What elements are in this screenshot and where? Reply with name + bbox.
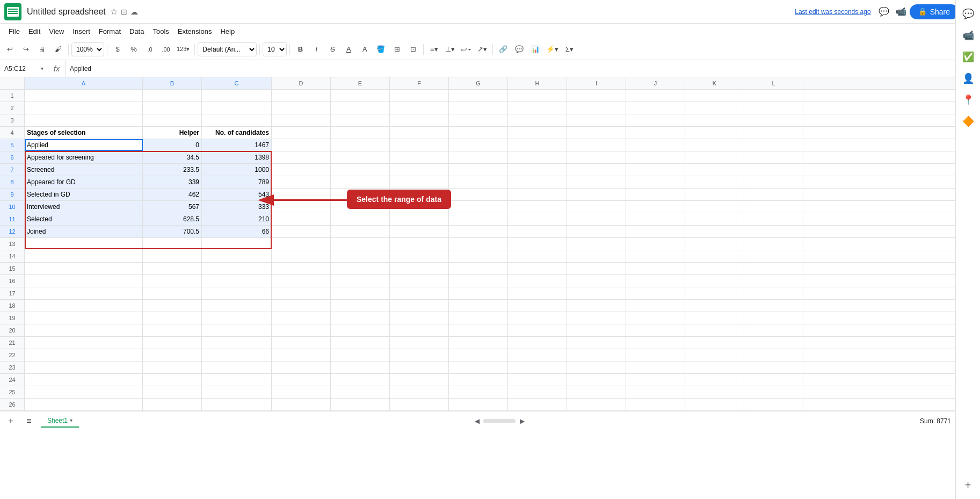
cell-I2[interactable]	[567, 102, 626, 114]
sidebar-maps-icon[interactable]: 📍	[959, 90, 978, 110]
cell-A2[interactable]	[25, 102, 143, 114]
rownum-11[interactable]: 11	[0, 213, 25, 225]
menu-tools[interactable]: Tools	[148, 25, 173, 38]
undo-btn[interactable]: ↩	[2, 42, 17, 57]
cell-D6[interactable]	[272, 151, 331, 163]
rownum-9[interactable]: 9	[0, 189, 25, 200]
decimal-decrease-btn[interactable]: .0	[142, 42, 157, 57]
cell-C7[interactable]: 1000	[202, 164, 272, 176]
col-header-H[interactable]: H	[508, 77, 567, 89]
cell-F1[interactable]	[390, 90, 449, 102]
cell-H9[interactable]	[508, 189, 567, 200]
cell-G2[interactable]	[449, 102, 508, 114]
cell-C9[interactable]: 543	[202, 189, 272, 200]
rownum-16[interactable]: 16	[0, 275, 25, 287]
cell-I9[interactable]	[567, 189, 626, 200]
cell-H10[interactable]	[508, 201, 567, 213]
cell-I5[interactable]	[567, 139, 626, 151]
cell-J9[interactable]	[626, 189, 685, 200]
cell-A7[interactable]: Screened	[25, 164, 143, 176]
cell-D5[interactable]	[272, 139, 331, 151]
rownum-18[interactable]: 18	[0, 300, 25, 312]
cell-I12[interactable]	[567, 226, 626, 237]
menu-format[interactable]: Format	[95, 25, 125, 38]
cell-F5[interactable]	[390, 139, 449, 151]
percent-btn[interactable]: %	[126, 42, 141, 57]
scroll-right-btn[interactable]: ▶	[518, 417, 526, 425]
cell-K9[interactable]	[685, 189, 744, 200]
cell-E1[interactable]	[331, 90, 390, 102]
rownum-17[interactable]: 17	[0, 287, 25, 299]
cell-J11[interactable]	[626, 213, 685, 225]
cell-G10[interactable]	[449, 201, 508, 213]
add-sheet-button[interactable]: +	[4, 415, 17, 428]
cell-L1[interactable]	[744, 90, 803, 102]
cell-E10[interactable]	[331, 201, 390, 213]
cell-F11[interactable]	[390, 213, 449, 225]
cell-reference[interactable]: A5:C12 ▾	[0, 65, 48, 73]
rotate-btn[interactable]: ↗▾	[475, 42, 490, 57]
cell-H11[interactable]	[508, 213, 567, 225]
cell-E9[interactable]	[331, 189, 390, 200]
cell-B2[interactable]	[143, 102, 202, 114]
cell-D4[interactable]	[272, 127, 331, 139]
cell-K11[interactable]	[685, 213, 744, 225]
cell-D7[interactable]	[272, 164, 331, 176]
sheet-tab-sheet1[interactable]: Sheet1 ▾	[41, 415, 79, 428]
cell-A9[interactable]: Selected in GD	[25, 189, 143, 200]
cell-L2[interactable]	[744, 102, 803, 114]
cell-A3[interactable]	[25, 114, 143, 126]
rownum-20[interactable]: 20	[0, 324, 25, 336]
rownum-19[interactable]: 19	[0, 312, 25, 324]
rownum-3[interactable]: 3	[0, 114, 25, 126]
cell-D9[interactable]	[272, 189, 331, 200]
cell-C2[interactable]	[202, 102, 272, 114]
cell-L10[interactable]	[744, 201, 803, 213]
cell-D2[interactable]	[272, 102, 331, 114]
spreadsheet-title[interactable]: Untitled spreadsheet	[27, 7, 106, 17]
cell-B11[interactable]: 628.5	[143, 213, 202, 225]
rownum-6[interactable]: 6	[0, 151, 25, 163]
rownum-5[interactable]: 5	[0, 139, 25, 151]
cell-B3[interactable]	[143, 114, 202, 126]
cell-J2[interactable]	[626, 102, 685, 114]
cell-C12[interactable]: 66	[202, 226, 272, 237]
rownum-4[interactable]: 4	[0, 127, 25, 139]
font-size-select[interactable]: 10 11 12 14	[263, 42, 287, 56]
col-header-E[interactable]: E	[331, 77, 390, 89]
cell-I6[interactable]	[567, 151, 626, 163]
cell-K8[interactable]	[685, 176, 744, 188]
cell-H6[interactable]	[508, 151, 567, 163]
horizontal-scrollbar[interactable]	[483, 419, 516, 423]
cell-C10[interactable]: 333	[202, 201, 272, 213]
cell-L7[interactable]	[744, 164, 803, 176]
col-header-I[interactable]: I	[567, 77, 626, 89]
cell-G11[interactable]	[449, 213, 508, 225]
cell-E5[interactable]	[331, 139, 390, 151]
cell-H5[interactable]	[508, 139, 567, 151]
cell-G5[interactable]	[449, 139, 508, 151]
rownum-26[interactable]: 26	[0, 399, 25, 410]
cell-B9[interactable]: 462	[143, 189, 202, 200]
zoom-select[interactable]: 100% 75% 125% 150%	[71, 42, 104, 56]
cell-E6[interactable]	[331, 151, 390, 163]
cell-L6[interactable]	[744, 151, 803, 163]
col-header-B[interactable]: B	[143, 77, 202, 89]
formula-fx-icon[interactable]: fx	[48, 60, 66, 77]
cell-H7[interactable]	[508, 164, 567, 176]
borders-btn[interactable]: ⊞	[389, 42, 404, 57]
cell-F8[interactable]	[390, 176, 449, 188]
currency-btn[interactable]: $	[110, 42, 125, 57]
filter-btn[interactable]: ⚡▾	[544, 42, 561, 57]
cell-G12[interactable]	[449, 226, 508, 237]
cell-C3[interactable]	[202, 114, 272, 126]
cell-C11[interactable]: 210	[202, 213, 272, 225]
cell-D12[interactable]	[272, 226, 331, 237]
fill-color-btn[interactable]: 🪣	[373, 42, 388, 57]
redo-btn[interactable]: ↪	[18, 42, 33, 57]
col-header-A[interactable]: A	[25, 77, 143, 89]
cell-J5[interactable]	[626, 139, 685, 151]
cell-C1[interactable]	[202, 90, 272, 102]
menu-view[interactable]: View	[45, 25, 68, 38]
cell-I4[interactable]	[567, 127, 626, 139]
